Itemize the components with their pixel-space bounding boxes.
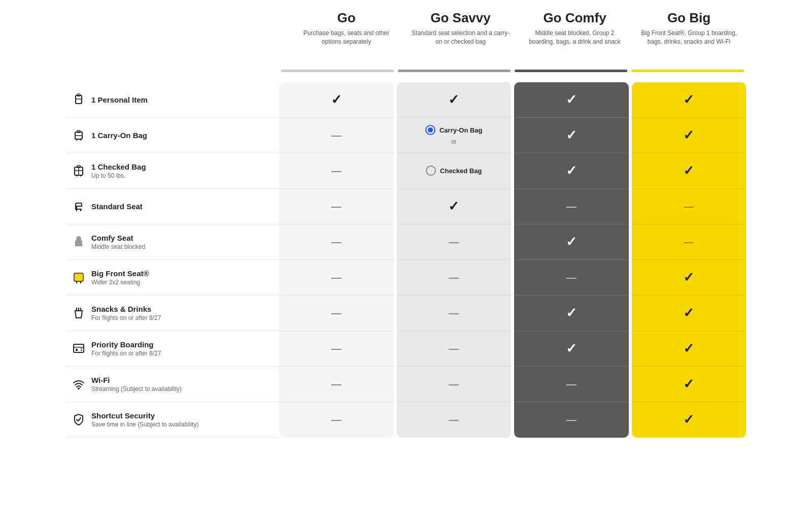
svg-point-6: [76, 139, 78, 141]
feature-sub-8: Streaming (Subject to availability): [91, 385, 182, 393]
svg-point-12: [76, 175, 78, 177]
checked-bag-option[interactable]: Checked Bag: [426, 166, 482, 176]
carry-on-option[interactable]: Carry-On Bag: [425, 125, 483, 135]
plan-col-go: ✓—————————: [279, 82, 394, 438]
color-bars: [279, 70, 746, 72]
checkmark: ✓: [683, 376, 694, 392]
plan-cell-go-4: —: [279, 224, 394, 260]
bag-choice-2: Checked Bag: [426, 166, 482, 176]
page-wrapper: Go Purchase bags, seats and other option…: [51, 0, 761, 448]
feature-row-8: Wi-Fi Streaming (Subject to availability…: [66, 367, 279, 402]
color-bar-comfy: [515, 70, 627, 72]
plan-desc-savvy: Standard seat selection and a carry-on o…: [409, 29, 513, 46]
carryon-icon: [66, 128, 91, 142]
plan-desc-go: Purchase bags, seats and other options s…: [294, 29, 398, 46]
feature-row-2: 1 Checked Bag Up to 50 lbs.: [66, 153, 279, 189]
checked-bag-icon: [66, 164, 91, 178]
carry-on-radio[interactable]: [425, 125, 435, 135]
plan-cell-savvy-6: —: [397, 296, 512, 331]
feature-sub-2: Up to 50 lbs.: [91, 172, 146, 179]
dash-mark: —: [331, 236, 342, 248]
color-bar-big: [631, 70, 744, 72]
plan-cell-comfy-4: ✓: [514, 224, 629, 260]
dash-mark: —: [331, 307, 342, 319]
feature-row-1: 1 Carry-On Bag: [66, 118, 279, 153]
dash-mark: —: [449, 378, 459, 390]
boarding-icon: [66, 341, 91, 355]
comfy-seat-icon: [66, 235, 91, 249]
plan-cell-comfy-2: ✓: [514, 153, 629, 189]
plan-cell-big-3: —: [632, 189, 747, 224]
dash-mark: —: [449, 272, 459, 283]
plan-cell-big-5: ✓: [632, 260, 747, 296]
plan-name-big: Go Big: [637, 10, 741, 26]
plan-cell-go-7: —: [279, 331, 394, 367]
checkmark: ✓: [683, 305, 694, 321]
dash-mark: —: [331, 272, 342, 283]
plan-cell-savvy-5: —: [397, 260, 512, 296]
svg-rect-0: [76, 95, 82, 104]
dash-mark: —: [566, 378, 577, 390]
plan-cell-savvy-4: —: [397, 224, 512, 260]
checkmark: ✓: [566, 305, 577, 321]
checkmark: ✓: [448, 92, 459, 108]
plan-cell-big-7: ✓: [632, 331, 747, 367]
feature-name-9: Shortcut Security: [91, 411, 198, 420]
feature-row-9: Shortcut Security Save time in line (Sub…: [66, 402, 279, 438]
checkmark: ✓: [683, 341, 694, 356]
seat-icon: [66, 199, 91, 213]
plan-cell-comfy-8: —: [514, 367, 629, 402]
dash-mark: —: [449, 307, 459, 319]
feature-name-4: Comfy Seat: [91, 234, 145, 242]
feature-row-4: Comfy Seat Middle seat blocked: [66, 224, 279, 260]
plan-header-go: Go Purchase bags, seats and other option…: [289, 10, 403, 54]
plan-col-comfy: ✓✓✓—✓—✓✓——: [514, 82, 629, 438]
plan-cell-savvy-0: ✓: [397, 82, 512, 118]
checked-bag-radio[interactable]: [426, 166, 436, 176]
plan-cell-savvy-9: —: [397, 402, 512, 438]
svg-rect-19: [74, 273, 83, 281]
header-left: [66, 10, 279, 12]
plan-col-big: ✓✓✓——✓✓✓✓✓: [632, 82, 747, 438]
checkmark: ✓: [683, 127, 694, 143]
feature-sub-9: Save time in line (Subject to availabili…: [91, 421, 198, 428]
plan-cell-savvy-8: —: [397, 367, 512, 402]
plan-cell-comfy-0: ✓: [514, 82, 629, 118]
checkmark: ✓: [683, 163, 694, 179]
plan-cell-big-8: ✓: [632, 367, 747, 402]
feature-name-6: Snacks & Drinks: [91, 305, 161, 313]
plan-cell-big-1: ✓: [632, 118, 747, 153]
checkmark: ✓: [566, 127, 577, 143]
plan-desc-comfy: Middle seat blocked, Group 2 boarding, b…: [523, 29, 627, 46]
plan-cell-savvy-7: —: [397, 331, 512, 367]
plan-cell-big-0: ✓: [632, 82, 747, 118]
feature-sub-6: For flights on or after 8/27: [91, 314, 161, 321]
plan-cell-go-2: —: [279, 153, 394, 189]
plan-header-comfy: Go Comfy Middle seat blocked, Group 2 bo…: [518, 10, 632, 54]
dash-mark: —: [566, 201, 577, 212]
checkmark: ✓: [683, 270, 694, 285]
plan-cell-comfy-1: ✓: [514, 118, 629, 153]
svg-rect-23: [74, 344, 84, 352]
plan-cell-big-9: ✓: [632, 402, 747, 438]
plan-cell-go-0: ✓: [279, 82, 394, 118]
feature-name-7: Priority Boarding: [91, 340, 161, 349]
dash-mark: —: [331, 378, 342, 390]
snacks-icon: [66, 306, 91, 320]
compare-table: 1 Personal Item 1 Carry-On Bag 1 Checked…: [66, 82, 746, 438]
feature-row-0: 1 Personal Item: [66, 82, 279, 118]
plan-cell-go-1: —: [279, 118, 394, 153]
plan-cell-go-5: —: [279, 260, 394, 296]
feature-row-5: Big Front Seat® Wider 2x2 seating: [66, 260, 279, 296]
feature-name-3: Standard Seat: [91, 202, 143, 211]
plan-cell-comfy-6: ✓: [514, 296, 629, 331]
plan-cell-big-2: ✓: [632, 153, 747, 189]
or-text: or: [451, 138, 457, 145]
plan-cell-big-6: ✓: [632, 296, 747, 331]
plan-cell-savvy-3: ✓: [397, 189, 512, 224]
feature-name-0: 1 Personal Item: [91, 95, 148, 104]
dash-mark: —: [331, 201, 342, 212]
plan-cell-comfy-9: —: [514, 402, 629, 438]
svg-point-13: [80, 175, 82, 177]
plan-name-go: Go: [294, 10, 398, 26]
